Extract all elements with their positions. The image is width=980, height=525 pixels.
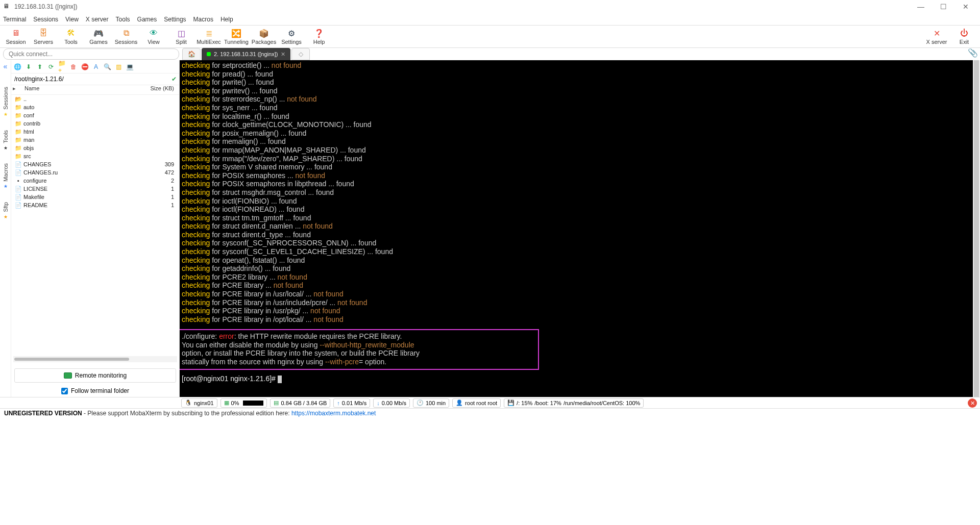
file-row[interactable]: 📁html xyxy=(11,128,179,136)
toolbar-multiexec[interactable]: ≣MultiExec xyxy=(195,28,223,45)
remote-monitoring-button[interactable]: Remote monitoring xyxy=(14,368,176,383)
home-tab[interactable]: 🏠 xyxy=(182,48,201,60)
path-ok-icon: ✔ xyxy=(169,76,179,83)
monitor-icon xyxy=(64,372,72,379)
sftp-tool-8[interactable]: 🔍 xyxy=(103,63,111,71)
file-icon: ▪ xyxy=(14,178,22,184)
sftp-tool-4[interactable]: 📁+ xyxy=(58,63,66,71)
file-list-header: ▸ Name Size (KB) xyxy=(11,85,179,95)
menu-help[interactable]: Help xyxy=(220,16,233,23)
file-icon: 📄 xyxy=(14,194,22,201)
side-tab-tools[interactable]: Tools xyxy=(3,130,9,151)
file-row[interactable]: 📄LICENSE1 xyxy=(11,185,179,193)
toolbar-tunneling[interactable]: 🔀Tunneling xyxy=(223,28,250,45)
minimize-button[interactable]: — xyxy=(910,0,932,13)
toolbar-settings[interactable]: ⚙Settings xyxy=(278,28,305,45)
file-hscroll[interactable] xyxy=(13,356,177,362)
sftp-path-row: ✔ xyxy=(11,73,179,85)
toolbar-session[interactable]: 🖥Session xyxy=(2,28,30,45)
file-row[interactable]: 📁auto xyxy=(11,103,179,111)
file-row[interactable]: 📁objs xyxy=(11,144,179,152)
menu-settings[interactable]: Settings xyxy=(164,16,186,23)
side-tab-macros[interactable]: Macros xyxy=(3,163,9,189)
status-close-icon[interactable]: ✕ xyxy=(968,398,977,408)
toolbar-split[interactable]: ◫Split xyxy=(167,28,195,45)
file-list: 📂..📁auto📁conf📁contrib📁html📁man📁objs📁src📄… xyxy=(11,95,179,353)
close-button[interactable]: ✕ xyxy=(954,0,977,13)
file-row[interactable]: 📂.. xyxy=(11,95,179,103)
file-row[interactable]: 📁src xyxy=(11,152,179,160)
file-row[interactable]: 📄CHANGES.ru472 xyxy=(11,168,179,177)
toolbar-tools[interactable]: 🛠Tools xyxy=(57,28,85,45)
collapse-icon[interactable]: « xyxy=(4,62,8,70)
status-cpu[interactable]: ▦0% xyxy=(220,398,267,408)
maximize-button[interactable]: ☐ xyxy=(932,0,954,13)
status-time[interactable]: 🕐100 min xyxy=(413,398,449,408)
toolbar-exit[interactable]: ⏻Exit xyxy=(950,28,978,45)
col-name[interactable]: Name xyxy=(17,85,149,94)
col-size[interactable]: Size (KB) xyxy=(149,85,179,94)
sftp-tool-3[interactable]: ⟳ xyxy=(47,63,55,71)
sftp-tool-7[interactable]: A xyxy=(92,63,100,71)
menu-terminal[interactable]: Terminal xyxy=(3,16,26,23)
help-icon: ❓ xyxy=(314,28,324,38)
tools-icon: 🛠 xyxy=(66,28,76,38)
status-disk[interactable]: 💾/: 15%/boot: 17%/run/media/root/CentOS:… xyxy=(504,398,644,408)
servers-icon: 🗄 xyxy=(38,28,48,38)
file-row[interactable]: 📁man xyxy=(11,136,179,144)
file-row[interactable]: 📄Makefile1 xyxy=(11,193,179,201)
file-row[interactable]: 📄CHANGES309 xyxy=(11,160,179,168)
toolbar: 🖥Session🗄Servers🛠Tools🎮Games⧉Sessions👁Vi… xyxy=(0,26,980,48)
menu-tools[interactable]: Tools xyxy=(116,16,130,23)
terminal-scrollbar[interactable] xyxy=(973,60,980,397)
toolbar-packages[interactable]: 📦Packages xyxy=(250,28,278,45)
sftp-tool-9[interactable]: ▥ xyxy=(114,63,122,71)
status-up[interactable]: ↑0.01 Mb/s xyxy=(333,398,370,408)
sftp-path-input[interactable] xyxy=(11,76,169,83)
file-icon: 📁 xyxy=(14,137,22,143)
status-user[interactable]: 👤root root root xyxy=(452,398,501,408)
menu-view[interactable]: View xyxy=(65,16,79,23)
paperclip-icon[interactable]: 📎 xyxy=(968,48,978,58)
toolbar-servers[interactable]: 🗄Servers xyxy=(30,28,57,45)
side-tab-sftp[interactable]: Sftp xyxy=(3,202,9,219)
sftp-tool-1[interactable]: ⬇ xyxy=(24,63,33,71)
toolbar-games[interactable]: 🎮Games xyxy=(85,28,112,45)
sftp-tool-10[interactable]: 💻 xyxy=(126,63,134,71)
split-icon: ◫ xyxy=(176,28,186,38)
file-icon: 📄 xyxy=(14,202,22,209)
follow-terminal-row: Follow terminal folder xyxy=(11,385,179,397)
sftp-tool-5[interactable]: 🗑 xyxy=(69,63,78,71)
sftp-tool-0[interactable]: 🌐 xyxy=(13,63,21,71)
file-row[interactable]: ▪configure2 xyxy=(11,177,179,185)
toolbar-view[interactable]: 👁View xyxy=(140,28,167,45)
sftp-tool-2[interactable]: ⬆ xyxy=(36,63,44,71)
file-icon: 📁 xyxy=(14,104,22,111)
file-icon: 📁 xyxy=(14,129,22,135)
sftp-tool-6[interactable]: ⛔ xyxy=(81,63,89,71)
status-host[interactable]: 🐧nginx01 xyxy=(181,398,217,408)
toolbar-sessions[interactable]: ⧉Sessions xyxy=(112,28,140,45)
sftp-toolbar: 🌐⬇⬆⟳📁+🗑⛔A🔍▥💻 xyxy=(11,60,179,73)
file-row[interactable]: 📁contrib xyxy=(11,119,179,128)
quick-connect-row: 🏠 2. 192.168.10.31 ([nginx]) ✕ ◇ 📎 xyxy=(0,48,980,60)
file-row[interactable]: 📁conf xyxy=(11,111,179,119)
menu-sessions[interactable]: Sessions xyxy=(33,16,58,23)
toolbar-x server[interactable]: ✕X server xyxy=(923,28,950,45)
mobaxterm-link[interactable]: https://mobaxterm.mobatek.net xyxy=(291,410,376,417)
status-mem[interactable]: ▤0.84 GB / 3.84 GB xyxy=(270,398,330,408)
quick-connect-input[interactable] xyxy=(3,48,179,60)
toolbar-help[interactable]: ❓Help xyxy=(305,28,333,45)
follow-terminal-checkbox[interactable] xyxy=(61,388,68,394)
tab-close-icon[interactable]: ✕ xyxy=(281,51,285,58)
menu-games[interactable]: Games xyxy=(137,16,157,23)
file-row[interactable]: 📄README1 xyxy=(11,201,179,209)
session-tab[interactable]: 2. 192.168.10.31 ([nginx]) ✕ xyxy=(202,48,290,60)
side-tab-sessions[interactable]: Sessions xyxy=(3,87,9,117)
new-tab-button[interactable]: ◇ xyxy=(291,48,310,60)
sort-arrow-icon[interactable]: ▸ xyxy=(11,85,17,94)
status-down[interactable]: ↓0.00 Mb/s xyxy=(373,398,410,408)
menu-x-server[interactable]: X server xyxy=(86,16,109,23)
menu-macros[interactable]: Macros xyxy=(193,16,213,23)
terminal[interactable]: checking for setproctitle() ... not foun… xyxy=(180,60,980,397)
